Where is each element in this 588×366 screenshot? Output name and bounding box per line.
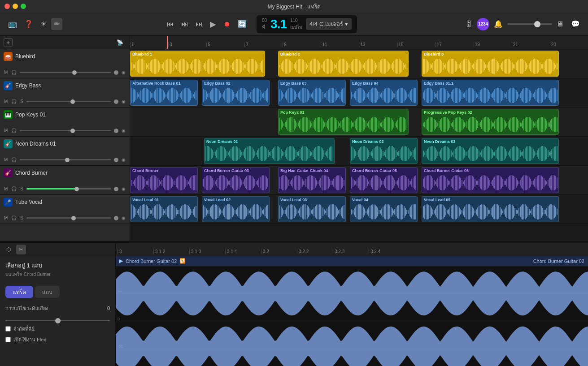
clip[interactable]: Vocal Lead 01 xyxy=(130,196,198,222)
pan-btn-edgy-bass[interactable]: ◉ xyxy=(121,99,126,104)
clip[interactable]: Edgy Bass 03 xyxy=(278,80,346,106)
track-icon-edgy-bass: 🎸 xyxy=(4,81,13,90)
fast-forward-button[interactable]: ⏭ xyxy=(179,18,191,30)
help-button[interactable]: ❓ xyxy=(22,18,36,30)
clip[interactable]: Chord Burner Guitar 05 xyxy=(350,167,418,193)
chat-button[interactable]: 💬 xyxy=(568,18,583,30)
mixer-button[interactable]: 🎛 xyxy=(462,18,475,30)
volume-slider-tube-vocal[interactable] xyxy=(26,217,111,219)
settings-button[interactable]: ☀ xyxy=(38,18,49,30)
solo-button-tube-vocal[interactable]: S xyxy=(20,215,24,221)
scissors-icon[interactable]: ✂ xyxy=(16,245,26,254)
mute-button-edgy-bass[interactable]: M xyxy=(4,99,8,104)
clip[interactable]: Bluebird 3 xyxy=(422,51,559,77)
headphone-icon-chord-burner[interactable]: 🎧 xyxy=(11,186,17,192)
headphone-icon-neon-dreams[interactable]: 🎧 xyxy=(11,157,17,163)
tab-track[interactable]: แทร็ค xyxy=(5,286,33,298)
volume-slider-bluebird[interactable] xyxy=(20,72,111,73)
tracks-content[interactable]: Bluebird 1Bluebird 2Bluebird 3Alternativ… xyxy=(130,49,588,236)
clip[interactable]: Edgy Bass 04 xyxy=(350,80,418,106)
pan-btn-bluebird[interactable]: ◉ xyxy=(121,69,126,75)
clip[interactable]: Neon Dreams 01 xyxy=(204,138,335,164)
track-row-neon-dreams[interactable]: Neon Dreams 01Neon Dreams 02Neon Dreams … xyxy=(130,137,588,166)
track-row-pop-keys[interactable]: Pop Keys 01Progressive Pop Keys 02 xyxy=(130,108,588,137)
smartcontrols-icon[interactable]: ⬡ xyxy=(4,245,13,254)
maximize-button[interactable] xyxy=(21,4,26,9)
pan-knob-bluebird[interactable] xyxy=(114,70,118,75)
pan-knob-chord-burner[interactable] xyxy=(114,187,118,191)
pan-knob-pop-keys[interactable] xyxy=(114,129,118,133)
track-row-bluebird[interactable]: Bluebird 1Bluebird 2Bluebird 3 xyxy=(130,49,588,78)
clip[interactable]: Pop Keys 01 xyxy=(278,109,409,135)
monitor-right-button[interactable]: 🖥 xyxy=(554,18,566,30)
flex-key-label: จำกัดที่คีย์: xyxy=(13,325,35,333)
pan-btn-chord-burner[interactable]: ◉ xyxy=(121,186,126,192)
volume-slider-neon-dreams[interactable] xyxy=(20,159,111,160)
volume-slider-chord-burner[interactable] xyxy=(26,188,111,189)
clip[interactable]: Big Hair Guitar Chunk 04 xyxy=(278,167,346,193)
play-button[interactable]: ▶ xyxy=(207,17,219,31)
pan-btn-pop-keys[interactable]: ◉ xyxy=(121,128,126,133)
clip[interactable]: Edgy Bass 02 xyxy=(202,80,270,106)
track-row-edgy-bass[interactable]: Alternative Rock Bass 01Edgy Bass 02Edgy… xyxy=(130,78,588,108)
mute-button-bluebird[interactable]: M xyxy=(4,69,8,75)
pan-knob-tube-vocal[interactable] xyxy=(114,216,118,220)
clip-waveform xyxy=(279,57,408,75)
headphone-icon-pop-keys[interactable]: 🎧 xyxy=(11,128,17,133)
clip[interactable]: Progressive Pop Keys 02 xyxy=(422,109,559,135)
clip[interactable]: Chord Burner Guitar 06 xyxy=(422,167,559,193)
mute-button-pop-keys[interactable]: M xyxy=(4,128,8,133)
track-row-tube-vocal[interactable]: Vocal Lead 01Vocal Lead 02Vocal Lead 03V… xyxy=(130,195,588,224)
avatar-button[interactable]: 1234 xyxy=(477,18,489,30)
monitor-button[interactable]: 📺 xyxy=(5,18,20,30)
clip[interactable]: Alternative Rock Bass 01 xyxy=(130,80,198,106)
mute-button-chord-burner[interactable]: M xyxy=(4,186,8,192)
headphone-icon-bluebird[interactable]: 🎧 xyxy=(11,69,17,75)
headphone-icon-edgy-bass[interactable]: 🎧 xyxy=(11,99,17,104)
rewind-button[interactable]: ⏮ xyxy=(164,18,177,30)
pencil-button[interactable]: ✏ xyxy=(51,18,62,30)
close-button[interactable] xyxy=(4,4,10,9)
clip[interactable]: Neon Dreams 02 xyxy=(350,138,418,164)
clip[interactable]: Vocal Lead 03 xyxy=(278,196,346,222)
panel-gain-section: การแก้ไขระดับเสียง 0 จำกัดที่คีย์: เปิดใ… xyxy=(0,301,115,349)
clip[interactable]: Vocal Lead 05 xyxy=(422,196,559,222)
headphone-icon-tube-vocal[interactable]: 🎧 xyxy=(11,215,17,221)
master-volume-slider[interactable] xyxy=(507,23,552,25)
clip-waveform xyxy=(131,57,265,75)
mute-button-tube-vocal[interactable]: M xyxy=(4,215,8,221)
cycle-button[interactable]: 🔄 xyxy=(235,18,249,30)
time-signature[interactable]: 4/4 C เมเจอร์ ▾ xyxy=(306,18,352,30)
clip[interactable]: Neon Dreams 03 xyxy=(422,138,559,164)
pan-btn-neon-dreams[interactable]: ◉ xyxy=(121,157,126,163)
smart-controls-button[interactable]: 📡 xyxy=(114,38,126,47)
add-track-button[interactable]: + xyxy=(4,38,13,47)
solo-button-edgy-bass[interactable]: S xyxy=(20,99,24,104)
clip[interactable]: Edgy Bass 01.1 xyxy=(422,80,559,106)
skip-back-button[interactable]: ⏭ xyxy=(193,18,205,30)
clip[interactable]: Vocal 04 xyxy=(350,196,418,222)
track-header-bluebird: 🥁 Bluebird M 🎧 ◉ xyxy=(0,49,130,78)
flex-enable-checkbox[interactable] xyxy=(5,337,11,342)
clip[interactable]: Chord Burner Guitar 03 xyxy=(202,167,270,193)
clip[interactable]: Bluebird 2 xyxy=(278,51,409,77)
minimize-button[interactable] xyxy=(13,4,18,9)
clip[interactable]: Vocal Lead 02 xyxy=(202,196,270,222)
mute-button-neon-dreams[interactable]: M xyxy=(4,157,8,163)
track-row-chord-burner[interactable]: Chord BurnerChord Burner Guitar 03Big Ha… xyxy=(130,166,588,195)
pan-btn-tube-vocal[interactable]: ◉ xyxy=(121,215,126,221)
bell-button[interactable]: 🔔 xyxy=(491,18,505,30)
pan-knob-edgy-bass[interactable] xyxy=(114,99,118,104)
pan-knob-neon-dreams[interactable] xyxy=(114,158,118,162)
bottom-panel: ⬡ ✂ เลือกอยู่ 1 แถบ บนแทร็ค Chord Burner… xyxy=(0,242,588,366)
record-button[interactable]: ⏺ xyxy=(221,18,233,30)
clip[interactable]: Bluebird 1 xyxy=(130,51,265,77)
horizontal-scrollbar[interactable] xyxy=(130,236,588,241)
solo-button-chord-burner[interactable]: S xyxy=(20,186,24,192)
flex-key-checkbox[interactable] xyxy=(5,326,11,332)
volume-slider-edgy-bass[interactable] xyxy=(26,101,111,102)
tab-region[interactable]: แถบ xyxy=(35,286,60,298)
gain-slider[interactable] xyxy=(5,320,110,321)
volume-slider-pop-keys[interactable] xyxy=(20,130,111,131)
clip[interactable]: Chord Burner xyxy=(130,167,198,193)
